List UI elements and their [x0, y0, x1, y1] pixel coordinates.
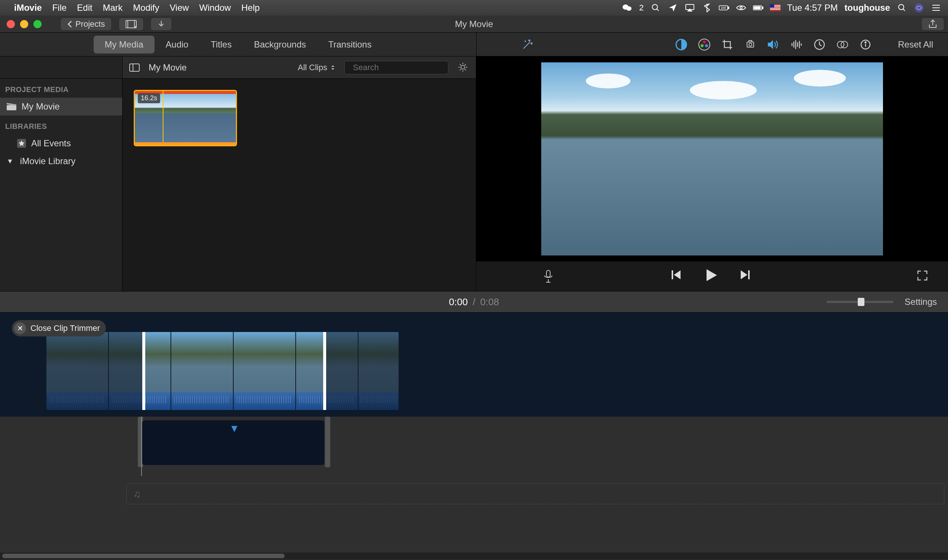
track-right-handle[interactable]: [325, 417, 330, 467]
project-media-label: PROJECT MEDIA: [0, 79, 122, 98]
libraries-label: LIBRARIES: [0, 115, 122, 134]
timeline: ✕ Close Clip Trimmer ▼ ♫: [0, 313, 948, 559]
clapboard-icon: [7, 103, 16, 110]
back-to-projects-button[interactable]: Projects: [60, 17, 112, 31]
playback-controls: [670, 268, 754, 285]
svg-rect-54: [748, 270, 749, 279]
clock-text[interactable]: Tue 4:57 PM: [787, 3, 838, 13]
info-icon[interactable]: [859, 38, 872, 51]
clips-filter-dropdown[interactable]: All Clips: [298, 63, 335, 72]
share-button[interactable]: [921, 17, 944, 31]
clip-thumbnail[interactable]: 16.2s: [134, 90, 237, 146]
tab-audio[interactable]: Audio: [154, 35, 200, 54]
media-browser: My Movie All Clips 16.2s: [123, 57, 476, 291]
app-name-menu[interactable]: iMovie: [14, 3, 42, 13]
total-time: 0:08: [480, 296, 499, 308]
menu-help[interactable]: Help: [242, 3, 260, 13]
disclosure-triangle-icon[interactable]: ▼: [7, 157, 13, 165]
noise-reduction-icon[interactable]: [790, 38, 803, 51]
trimmer-in-handle[interactable]: [142, 332, 145, 410]
download-button[interactable]: [151, 17, 172, 31]
enhance-wand-icon[interactable]: [521, 38, 534, 51]
menu-mark[interactable]: Mark: [103, 3, 123, 13]
stabilization-icon[interactable]: [744, 38, 757, 51]
clips-grid: 16.2s: [123, 79, 476, 157]
svg-point-28: [703, 40, 706, 43]
zoom-slider-thumb[interactable]: [858, 298, 865, 306]
clip-trimmer-row: ✕ Close Clip Trimmer: [0, 313, 948, 417]
airplay-icon[interactable]: [685, 3, 695, 13]
battery-icon[interactable]: [753, 3, 763, 13]
timeline-settings-button[interactable]: Settings: [905, 297, 937, 307]
close-clip-trimmer-button[interactable]: ✕ Close Clip Trimmer: [12, 320, 106, 337]
send-icon[interactable]: [668, 3, 678, 13]
flag-us-icon[interactable]: [770, 3, 780, 13]
color-balance-icon[interactable]: [675, 38, 688, 51]
wechat-icon[interactable]: [622, 3, 633, 13]
fullscreen-button[interactable]: [917, 270, 930, 283]
sidebar-toggle-icon[interactable]: [129, 63, 140, 72]
sidebar-project-name: My Movie: [22, 102, 60, 112]
tab-transitions[interactable]: Transitions: [317, 35, 383, 54]
svg-point-29: [700, 44, 703, 47]
next-frame-button[interactable]: [739, 269, 754, 284]
speed-icon[interactable]: [813, 38, 826, 51]
time-display: 0:00 / 0:08: [449, 296, 499, 308]
sidebar-item-all-events[interactable]: All Events: [0, 134, 122, 152]
clip-filter-icon[interactable]: [836, 38, 849, 51]
playhead-line[interactable]: [141, 417, 142, 476]
play-button[interactable]: [703, 268, 721, 285]
battery-percent-icon[interactable]: 100: [719, 3, 729, 13]
time-separator: /: [472, 296, 475, 308]
trimmer-out-handle[interactable]: [323, 332, 326, 410]
media-tabs: My Media Audio Titles Backgrounds Transi…: [94, 35, 383, 54]
browser-header: My Movie All Clips: [123, 57, 476, 79]
svg-point-51: [461, 65, 465, 69]
menu-modify[interactable]: Modify: [133, 3, 159, 13]
spotlight-icon[interactable]: [897, 3, 907, 13]
svg-rect-14: [770, 8, 780, 9]
search-box[interactable]: [344, 61, 448, 74]
audio-drop-well[interactable]: ♫: [126, 483, 944, 504]
siri-icon[interactable]: [914, 3, 924, 13]
tabs-row: My Media Audio Titles Backgrounds Transi…: [0, 33, 948, 57]
eye-icon[interactable]: [736, 3, 746, 13]
bluetooth-icon[interactable]: [702, 3, 712, 13]
horizontal-scrollbar[interactable]: [0, 552, 948, 559]
search-input[interactable]: [353, 63, 455, 72]
browser-settings-icon[interactable]: [457, 62, 469, 74]
video-frame[interactable]: [476, 57, 948, 262]
filmstrip-icon: [126, 20, 137, 28]
playhead-marker-icon[interactable]: ▼: [229, 423, 240, 434]
menu-file[interactable]: File: [52, 3, 67, 13]
viewer-controls: [476, 262, 948, 291]
tab-titles[interactable]: Titles: [200, 35, 243, 54]
zoom-window-button[interactable]: [34, 20, 42, 28]
magnifier-status-icon[interactable]: [651, 3, 661, 13]
zoom-slider[interactable]: [826, 301, 893, 303]
scrollbar-thumb[interactable]: [2, 554, 285, 558]
voiceover-mic-icon[interactable]: [543, 269, 557, 283]
chevron-left-icon: [67, 20, 72, 28]
volume-icon[interactable]: [767, 38, 780, 51]
crop-icon[interactable]: [721, 38, 734, 51]
sidebar-item-project[interactable]: My Movie: [0, 98, 122, 115]
reset-all-button[interactable]: Reset All: [898, 39, 933, 50]
tab-backgrounds[interactable]: Backgrounds: [243, 35, 317, 54]
tab-my-media[interactable]: My Media: [94, 35, 154, 54]
prev-frame-button[interactable]: [670, 269, 685, 284]
color-correction-icon[interactable]: [698, 38, 711, 51]
minimize-window-button[interactable]: [20, 20, 28, 28]
menu-window[interactable]: Window: [199, 3, 231, 13]
close-window-button[interactable]: [7, 20, 15, 28]
notification-center-icon[interactable]: [931, 3, 941, 13]
menu-edit[interactable]: Edit: [77, 3, 92, 13]
traffic-lights: [7, 20, 42, 28]
username-text[interactable]: toughouse: [844, 3, 890, 13]
svg-rect-5: [728, 7, 729, 9]
media-import-button[interactable]: [119, 17, 144, 31]
menu-view[interactable]: View: [170, 3, 189, 13]
svg-point-30: [705, 44, 708, 47]
sidebar-item-library[interactable]: ▼ iMovie Library: [0, 152, 122, 170]
svg-rect-46: [7, 105, 16, 110]
